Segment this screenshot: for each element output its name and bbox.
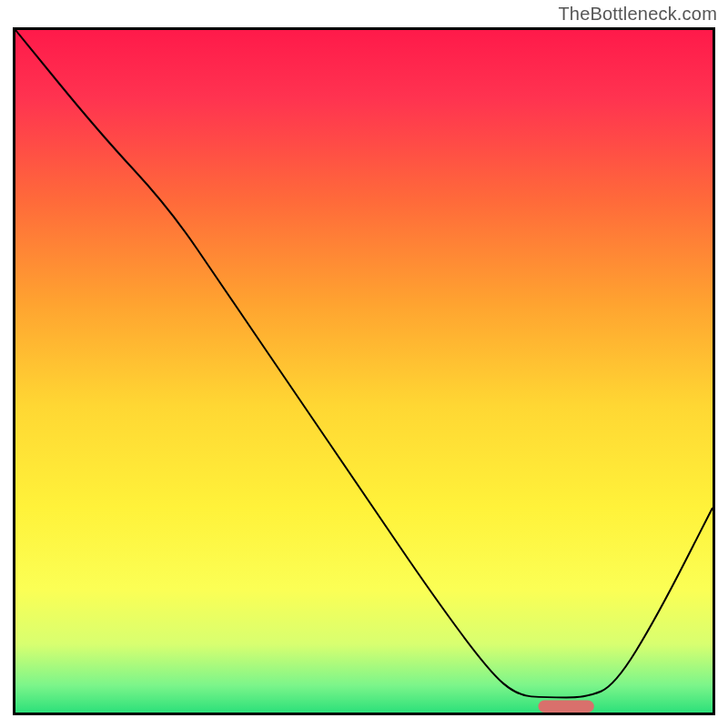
heat-background [15, 30, 713, 713]
plot-area [13, 27, 715, 715]
watermark-text: TheBottleneck.com [558, 4, 717, 25]
chart-svg [15, 30, 713, 713]
optimal-range-marker [539, 701, 594, 713]
chart-frame: TheBottleneck.com [0, 0, 728, 728]
